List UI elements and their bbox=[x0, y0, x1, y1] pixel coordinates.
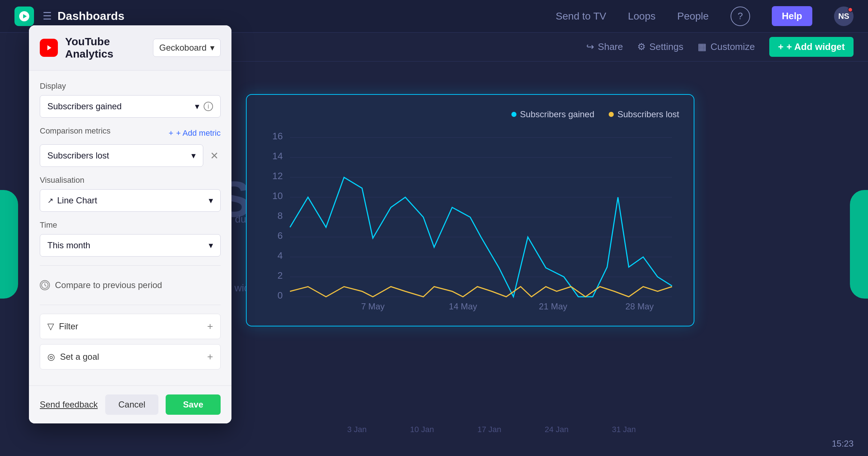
vis-value: Line Chart bbox=[57, 195, 97, 206]
notification-dot bbox=[848, 7, 853, 12]
filter-left: ▽ Filter bbox=[47, 321, 78, 332]
chevron-down-icon-metric: ▾ bbox=[191, 151, 196, 161]
hamburger-icon[interactable]: ☰ bbox=[43, 10, 52, 22]
comparison-section: Comparison metrics + + Add metric Subscr… bbox=[40, 126, 221, 167]
chevron-down-icon-display: ▾ bbox=[195, 101, 199, 111]
cancel-button[interactable]: Cancel bbox=[105, 394, 158, 415]
filter-label: Filter bbox=[59, 321, 78, 332]
comparison-header: Comparison metrics + + Add metric bbox=[40, 126, 221, 140]
sub-nav: ↪ Share ⚙ Settings ▦ Customize + + Add w… bbox=[199, 33, 868, 62]
metric-row: Subscribers lost ▾ ✕ bbox=[40, 144, 221, 167]
customize-button[interactable]: ▦ Customize bbox=[698, 41, 755, 52]
svg-text:28 May: 28 May bbox=[625, 301, 654, 311]
help-button[interactable]: Help bbox=[772, 6, 812, 26]
add-metric-button[interactable]: + + Add metric bbox=[169, 128, 221, 138]
goal-left: ◎ Set a goal bbox=[47, 352, 99, 362]
time-section: Time This month ▾ bbox=[40, 220, 221, 257]
filter-section[interactable]: ▽ Filter + bbox=[40, 314, 221, 339]
legend-gained-label: Subscribers gained bbox=[520, 109, 594, 119]
chevron-down-icon-time: ▾ bbox=[209, 240, 213, 250]
remove-metric-button[interactable]: ✕ bbox=[208, 149, 221, 162]
svg-text:21 May: 21 May bbox=[539, 301, 567, 311]
people-link[interactable]: People bbox=[677, 10, 709, 22]
save-button[interactable]: Save bbox=[166, 394, 221, 415]
help-question-button[interactable]: ? bbox=[731, 7, 750, 26]
svg-text:14: 14 bbox=[272, 151, 283, 161]
share-label: Share bbox=[598, 41, 623, 52]
divider-1 bbox=[40, 265, 221, 266]
panel-footer: Send feedback Cancel Save bbox=[29, 385, 231, 423]
settings-icon: ⚙ bbox=[637, 41, 646, 52]
share-button[interactable]: ↪ Share bbox=[586, 41, 623, 52]
chart-legend: Subscribers gained Subscribers lost bbox=[261, 109, 679, 119]
time-label: Time bbox=[40, 220, 221, 230]
filter-add-icon: + bbox=[207, 321, 213, 332]
settings-label: Settings bbox=[649, 41, 683, 52]
legend-dot-blue bbox=[511, 112, 516, 117]
display-section: Display Subscribers gained ▾ i bbox=[40, 81, 221, 118]
display-label: Display bbox=[40, 81, 221, 91]
panel-header: YouTube Analytics Geckoboard ▾ bbox=[29, 25, 231, 71]
display-value: Subscribers gained bbox=[47, 101, 122, 111]
timestamp: 15:23 bbox=[832, 439, 854, 449]
svg-text:10: 10 bbox=[272, 191, 283, 201]
send-to-tv-link[interactable]: Send to TV bbox=[556, 10, 607, 22]
add-widget-button[interactable]: + + Add widget bbox=[769, 37, 854, 57]
goal-icon: ◎ bbox=[47, 352, 55, 362]
display-dropdown[interactable]: Subscribers gained ▾ i bbox=[40, 95, 221, 118]
jan-labels: 3 Jan 10 Jan 17 Jan 24 Jan 31 Jan bbox=[347, 425, 636, 434]
panel-body: Display Subscribers gained ▾ i Compariso… bbox=[29, 71, 231, 385]
loops-link[interactable]: Loops bbox=[628, 10, 655, 22]
jan-label-17: 17 Jan bbox=[477, 425, 501, 434]
nav-title: Dashboards bbox=[58, 9, 124, 23]
goal-section[interactable]: ◎ Set a goal + bbox=[40, 344, 221, 370]
chevron-down-icon: ▾ bbox=[210, 43, 214, 53]
svg-line-26 bbox=[45, 285, 46, 286]
vis-label: Visualisation bbox=[40, 176, 221, 185]
nav-items: Send to TV Loops People ? Help NS bbox=[556, 6, 854, 26]
legend-lost-label: Subscribers lost bbox=[617, 109, 679, 119]
vis-dropdown[interactable]: ↗ Line Chart ▾ bbox=[40, 189, 221, 212]
compare-label: Compare to previous period bbox=[55, 280, 162, 290]
comparison-label: Comparison metrics bbox=[40, 126, 111, 136]
svg-text:0: 0 bbox=[277, 290, 282, 300]
workspace-label: Geckoboard bbox=[159, 43, 207, 53]
goal-label: Set a goal bbox=[60, 352, 99, 362]
time-value: This month bbox=[47, 240, 90, 250]
svg-text:6: 6 bbox=[277, 231, 282, 241]
jan-label-31: 31 Jan bbox=[612, 425, 636, 434]
chart-svg: 16 14 12 10 8 6 4 2 0 7 May 14 May 21 Ma… bbox=[261, 130, 679, 311]
metric-value: Subscribers lost bbox=[47, 151, 109, 161]
metric-dropdown[interactable]: Subscribers lost ▾ bbox=[40, 144, 203, 167]
feedback-link[interactable]: Send feedback bbox=[40, 400, 98, 410]
cyan-right-decoration bbox=[850, 190, 868, 299]
svg-text:12: 12 bbox=[272, 171, 283, 181]
panel-title: YouTube Analytics bbox=[65, 35, 146, 60]
svg-text:8: 8 bbox=[277, 211, 282, 221]
svg-text:2: 2 bbox=[277, 270, 282, 280]
config-panel: YouTube Analytics Geckoboard ▾ Display S… bbox=[29, 25, 231, 423]
legend-gained: Subscribers gained bbox=[511, 109, 594, 119]
logo[interactable] bbox=[14, 7, 34, 26]
jan-label-3: 3 Jan bbox=[347, 425, 367, 434]
chart-svg-area: 16 14 12 10 8 6 4 2 0 7 May 14 May 21 Ma… bbox=[261, 130, 679, 311]
share-icon: ↪ bbox=[586, 41, 594, 52]
settings-button[interactable]: ⚙ Settings bbox=[637, 41, 683, 52]
jan-label-10: 10 Jan bbox=[410, 425, 434, 434]
compare-toggle[interactable]: Compare to previous period bbox=[40, 274, 221, 296]
avatar-initials: NS bbox=[838, 12, 850, 21]
svg-text:16: 16 bbox=[272, 131, 283, 141]
divider-2 bbox=[40, 305, 221, 305]
avatar[interactable]: NS bbox=[834, 7, 854, 26]
vis-section: Visualisation ↗ Line Chart ▾ bbox=[40, 176, 221, 212]
add-icon: + bbox=[778, 41, 783, 52]
chart-widget: Subscribers gained Subscribers lost bbox=[246, 94, 694, 326]
time-dropdown[interactable]: This month ▾ bbox=[40, 234, 221, 257]
svg-text:4: 4 bbox=[277, 250, 282, 261]
workspace-dropdown[interactable]: Geckoboard ▾ bbox=[153, 39, 221, 57]
add-metric-label: + Add metric bbox=[176, 128, 221, 138]
cyan-left-decoration bbox=[0, 190, 18, 299]
legend-dot-yellow bbox=[609, 112, 614, 117]
clock-icon bbox=[40, 280, 50, 290]
svg-text:7 May: 7 May bbox=[361, 301, 384, 311]
